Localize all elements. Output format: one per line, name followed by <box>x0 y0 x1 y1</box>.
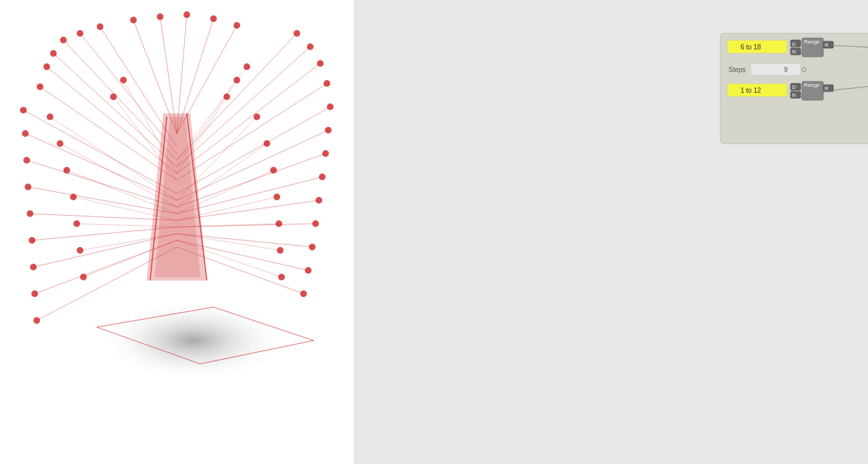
svg-point-57 <box>322 150 329 157</box>
svg-point-46 <box>30 264 37 270</box>
svg-point-55 <box>327 103 334 110</box>
svg-point-49 <box>37 83 43 90</box>
svg-point-41 <box>22 130 29 137</box>
svg-text:N: N <box>792 49 796 55</box>
svg-point-43 <box>25 184 31 190</box>
svg-point-69 <box>157 13 163 20</box>
svg-point-58 <box>319 174 326 180</box>
svg-point-45 <box>29 237 35 244</box>
svg-text:Range: Range <box>804 39 820 45</box>
svg-point-42 <box>23 157 30 164</box>
svg-text:6 to 18: 6 to 18 <box>741 43 761 51</box>
svg-point-56 <box>325 127 332 134</box>
svg-point-47 <box>31 290 38 297</box>
svg-text:N: N <box>792 92 796 98</box>
svg-point-60 <box>312 220 319 227</box>
svg-point-54 <box>97 23 103 30</box>
svg-text:Range: Range <box>804 82 820 88</box>
svg-point-65 <box>317 60 324 67</box>
viewport-panel <box>0 0 354 464</box>
svg-point-52 <box>60 37 67 43</box>
svg-point-1 <box>100 300 287 381</box>
svg-point-53 <box>77 30 83 37</box>
svg-text:D: D <box>792 41 796 47</box>
svg-point-66 <box>307 43 314 50</box>
svg-rect-125 <box>751 63 801 75</box>
svg-point-50 <box>43 63 50 70</box>
svg-text:Steps: Steps <box>729 66 746 73</box>
node-graph-panel: sun position calculator 6 to 18 D N Rang… <box>354 0 868 464</box>
svg-point-72 <box>234 22 240 29</box>
svg-text:9: 9 <box>784 66 788 73</box>
svg-point-44 <box>27 210 33 217</box>
svg-point-51 <box>50 50 57 57</box>
svg-point-68 <box>130 17 137 23</box>
svg-text:1 to 12: 1 to 12 <box>741 87 761 94</box>
svg-point-48 <box>33 317 40 324</box>
svg-point-62 <box>305 267 312 274</box>
svg-point-63 <box>300 290 307 297</box>
svg-text:D: D <box>792 84 796 90</box>
svg-point-64 <box>324 80 330 87</box>
svg-point-71 <box>210 15 217 22</box>
svg-point-70 <box>183 11 190 18</box>
svg-point-40 <box>20 107 27 113</box>
svg-text:R: R <box>825 42 829 48</box>
svg-point-59 <box>316 197 322 204</box>
svg-point-67 <box>294 30 300 37</box>
svg-point-61 <box>309 244 316 250</box>
svg-text:R: R <box>825 85 829 91</box>
